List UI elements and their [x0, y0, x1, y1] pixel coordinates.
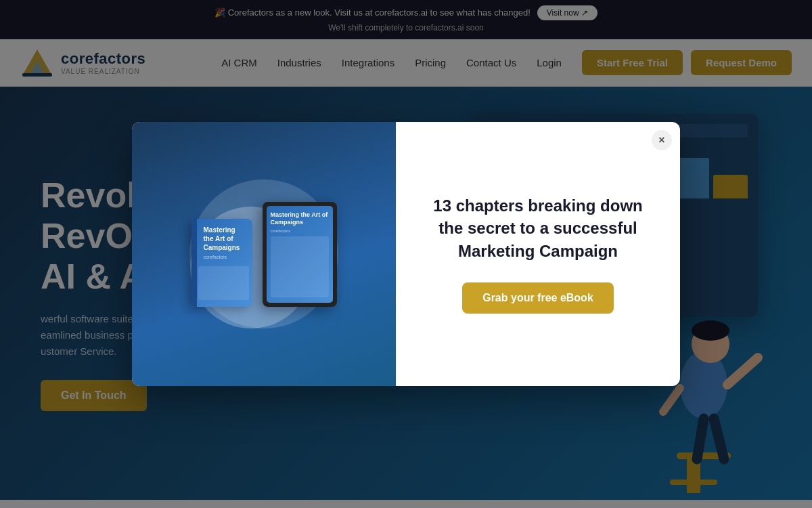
tablet-logo: corefactors [271, 229, 329, 233]
book: Mastering the Art of Campaigns corefacto… [191, 219, 252, 307]
book-decoration [198, 266, 249, 300]
tablet-screen: Mastering the Art of Campaigns corefacto… [267, 206, 333, 303]
tablet-title: Mastering the Art of Campaigns [271, 211, 329, 227]
modal: × Mastering the Art of Campaigns corefac… [132, 122, 680, 386]
modal-right-panel: 13 chapters breaking down the secret to … [396, 122, 680, 386]
book-logo: corefactors [204, 255, 247, 259]
modal-left-panel: Mastering the Art of Campaigns corefacto… [132, 122, 396, 386]
grab-ebook-button[interactable]: Grab your free eBook [462, 282, 614, 314]
modal-close-button[interactable]: × [652, 130, 672, 150]
tablet-decoration [271, 236, 329, 297]
book-container: Mastering the Art of Campaigns corefacto… [191, 202, 337, 307]
modal-overlay[interactable]: × Mastering the Art of Campaigns corefac… [0, 0, 812, 508]
modal-heading: 13 chapters breaking down the secret to … [420, 194, 656, 263]
book-title: Mastering the Art of Campaigns [204, 226, 247, 252]
tablet: Mastering the Art of Campaigns corefacto… [263, 202, 337, 307]
